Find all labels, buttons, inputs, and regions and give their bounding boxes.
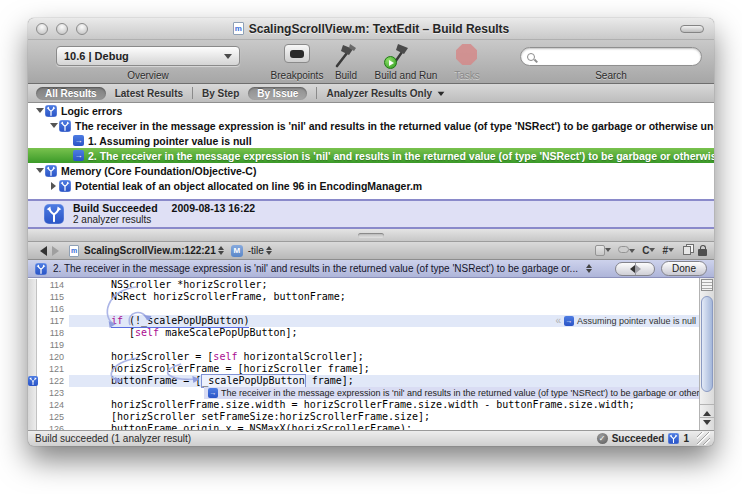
code-line[interactable]: 115NSRect horizScrollerFrame, buttonFram…: [28, 291, 714, 303]
done-button[interactable]: Done: [661, 261, 707, 276]
line-number[interactable]: 126: [37, 423, 69, 430]
code-line[interactable]: 119: [28, 339, 714, 351]
disclosure-triangle[interactable]: [48, 119, 59, 132]
splitter-grip-icon: [358, 233, 384, 238]
overview-popup[interactable]: 10.6 | Debug: [56, 46, 240, 66]
tab-by-step[interactable]: By Step: [202, 88, 239, 99]
line-number[interactable]: 125: [37, 411, 69, 423]
zoom-button[interactable]: [76, 23, 88, 35]
document-proxy-icon[interactable]: m: [233, 22, 244, 35]
line-number[interactable]: 121: [37, 363, 69, 375]
line-number[interactable]: 115: [37, 291, 69, 303]
editor-scrollbar[interactable]: [699, 278, 714, 430]
previous-issue-button[interactable]: [616, 263, 635, 275]
line-number[interactable]: 123: [37, 387, 69, 399]
tab-all-results[interactable]: All Results: [36, 87, 106, 100]
analyzer-icon[interactable]: [668, 433, 679, 444]
code-line[interactable]: 124horizScrollerFrame.size.width = horiz…: [28, 399, 714, 411]
line-number[interactable]: 124: [37, 399, 69, 411]
result-text: Memory (Core Foundation/Objective-C): [61, 165, 256, 177]
result-row[interactable]: →1. Assuming pointer value is null: [28, 133, 714, 148]
breakpoints-menu[interactable]: [618, 246, 635, 256]
forward-button[interactable]: [52, 246, 64, 256]
tab-by-issue[interactable]: By Issue: [248, 87, 307, 100]
code-text[interactable]: [horizScroller setFrameSize:horizScrolle…: [69, 411, 714, 423]
code-text[interactable]: →The receiver in the message expression …: [69, 387, 714, 399]
code-line[interactable]: 116: [28, 303, 714, 315]
code-text[interactable]: horizScroller = [self horizontalScroller…: [69, 351, 714, 363]
code-text[interactable]: NSRect horizScrollerFrame, buttonFrame;: [69, 291, 714, 303]
code-text[interactable]: if (!_scalePopUpButton)«→Assuming pointe…: [69, 315, 714, 327]
line-number[interactable]: 122: [37, 375, 69, 387]
analyzer-icon: [59, 120, 71, 132]
tab-latest-results[interactable]: Latest Results: [115, 88, 183, 99]
result-row[interactable]: Potential leak of an object allocated on…: [28, 178, 714, 193]
line-number[interactable]: 118: [37, 327, 69, 339]
code-line[interactable]: 121horizScrollerFrame = [horizScroller f…: [28, 363, 714, 375]
breakpoints-button[interactable]: [284, 44, 310, 63]
result-row[interactable]: Logic errors: [28, 103, 714, 118]
lock-icon[interactable]: [698, 249, 707, 256]
code-line[interactable]: 126buttonFrame.origin.x = NSMaxX(horizSc…: [28, 423, 714, 430]
pane-splitter[interactable]: [28, 229, 714, 242]
nav-bar-right-icons: C #: [595, 245, 707, 256]
result-row[interactable]: →2. The receiver in the message expressi…: [28, 148, 714, 163]
analyzer-results-only-menu[interactable]: Analyzer Results Only: [326, 87, 445, 100]
code-line[interactable]: 117if (!_scalePopUpButton)«→Assuming poi…: [28, 315, 714, 327]
code-editor[interactable]: 114NSScroller *horizScroller;115NSRect h…: [28, 278, 714, 430]
line-number[interactable]: 120: [37, 351, 69, 363]
code-line[interactable]: 125[horizScroller setFrameSize:horizScro…: [28, 411, 714, 423]
code-line[interactable]: 118[self makeScalePopUpButton];: [28, 327, 714, 339]
build-button[interactable]: [332, 41, 360, 69]
close-button[interactable]: [36, 23, 48, 35]
build-and-run-button[interactable]: [386, 41, 414, 69]
line-number[interactable]: 116: [37, 303, 69, 315]
code-text[interactable]: horizScrollerFrame.size.width = horizScr…: [69, 399, 714, 411]
result-row[interactable]: Memory (Core Foundation/Objective-C): [28, 163, 714, 178]
disclosure-triangle[interactable]: [48, 182, 59, 190]
class-menu[interactable]: C: [642, 245, 655, 256]
code-text[interactable]: buttonFrame = [_scalePopUpButton frame];: [69, 375, 714, 387]
divider: [192, 87, 193, 99]
code-text[interactable]: [self makeScalePopUpButton];: [69, 327, 714, 339]
scroll-down-button[interactable]: [700, 417, 714, 430]
inline-annotation[interactable]: «→Assuming pointer value is null: [555, 315, 696, 327]
file-popup[interactable]: ScalingScrollView.m:122:21: [84, 243, 226, 258]
symbol-popup[interactable]: -tile: [248, 243, 274, 258]
code-text[interactable]: horizScrollerFrame = [horizScroller fram…: [69, 363, 714, 375]
class-menu-label: C: [642, 245, 649, 256]
disclosure-triangle[interactable]: [34, 164, 45, 177]
split-pane-icon[interactable]: [701, 279, 713, 291]
build-status-banner[interactable]: Build Succeeded 2009-08-13 16:22 2 analy…: [28, 199, 714, 229]
analyzer-count[interactable]: 1: [683, 433, 689, 444]
code-text[interactable]: [69, 303, 714, 315]
scroll-up-button[interactable]: [700, 404, 714, 417]
inline-annotation[interactable]: →The receiver in the message expression …: [204, 387, 714, 399]
line-number[interactable]: 119: [37, 339, 69, 351]
code-line[interactable]: 122buttonFrame = [_scalePopUpButton fram…: [28, 375, 714, 387]
result-row[interactable]: The receiver in the message expression i…: [28, 118, 714, 133]
title-bar[interactable]: m ScalingScrollView.m: TextEdit – Build …: [28, 18, 714, 40]
back-button[interactable]: [35, 246, 47, 256]
code-line[interactable]: 120horizScroller = [self horizontalScrol…: [28, 351, 714, 363]
search-input[interactable]: [520, 47, 702, 66]
resize-grip-icon[interactable]: [697, 432, 710, 445]
scrollbar-thumb[interactable]: [701, 296, 713, 392]
marker-menu[interactable]: #: [662, 245, 674, 256]
line-number[interactable]: 114: [37, 279, 69, 291]
code-text[interactable]: NSScroller *horizScroller;: [69, 279, 714, 291]
code-line[interactable]: 123→The receiver in the message expressi…: [28, 387, 714, 399]
code-text[interactable]: buttonFrame.origin.x = NSMaxX(horizScrol…: [69, 423, 714, 430]
disclosure-triangle[interactable]: [34, 104, 45, 117]
code-text[interactable]: [69, 339, 714, 351]
line-number[interactable]: 117: [37, 315, 69, 327]
bookmarks-menu[interactable]: [595, 245, 611, 256]
code-line[interactable]: 114NSScroller *horizScroller;: [28, 279, 714, 291]
toolbar-toggle-button[interactable]: [680, 25, 704, 33]
xcode-build-results-window: m ScalingScrollView.m: TextEdit – Build …: [28, 18, 714, 446]
next-issue-button[interactable]: [635, 263, 655, 275]
gutter-band: [28, 399, 37, 411]
counterpart-icon[interactable]: [683, 246, 691, 255]
minimize-button[interactable]: [56, 23, 68, 35]
step-arrow-icon: →: [208, 388, 218, 398]
